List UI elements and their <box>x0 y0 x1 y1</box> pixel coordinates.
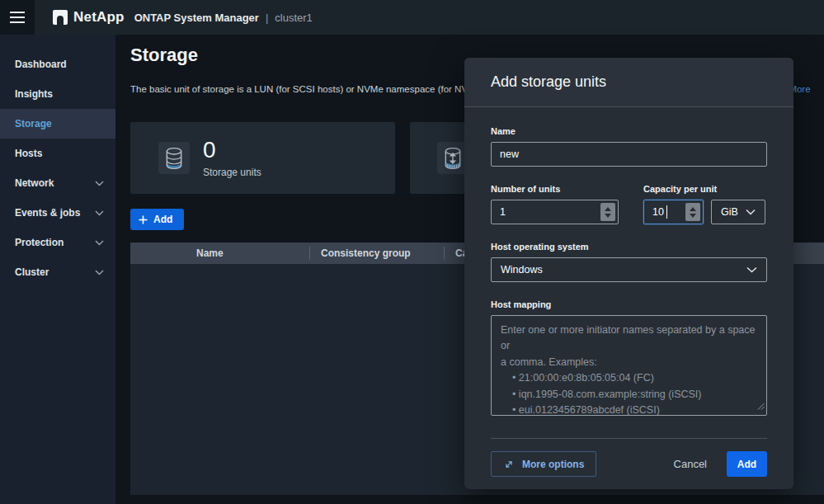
resize-handle-icon[interactable] <box>757 398 765 413</box>
sidebar-item-label: Insights <box>15 88 53 100</box>
storage-units-label: Storage units <box>203 167 261 178</box>
dialog-body: Name Number of units Capacity per unit <box>464 107 793 438</box>
add-button-label: Add <box>153 214 172 225</box>
stepper-down-icon[interactable] <box>605 214 611 218</box>
storage-units-count: 0 <box>203 138 261 163</box>
number-of-units-stepper <box>491 200 619 224</box>
page-title: Storage <box>130 45 198 66</box>
stepper-up-icon[interactable] <box>690 207 696 211</box>
column-header-name[interactable]: Name <box>130 247 309 259</box>
host-mapping-label: Host mapping <box>491 299 767 309</box>
name-label: Name <box>491 126 767 136</box>
number-of-units-label: Number of units <box>491 184 619 194</box>
stepper-down-icon[interactable] <box>690 214 696 218</box>
add-storage-units-dialog: Add storage units Name Number of units C… <box>464 58 793 489</box>
stepper-buttons[interactable] <box>600 203 615 221</box>
chevron-down-icon <box>95 270 104 276</box>
number-of-units-group: Number of units <box>491 184 619 224</box>
sidebar-item-hosts[interactable]: Hosts <box>0 139 115 168</box>
name-field-group: Name <box>491 126 767 167</box>
sidebar-item-label: Cluster <box>15 266 49 278</box>
name-input[interactable] <box>491 142 767 167</box>
sidebar-item-events-jobs[interactable]: Events & jobs <box>0 198 115 228</box>
capacity-unit-value: GiB <box>721 206 738 218</box>
dialog-footer: More options Cancel Add <box>491 438 767 489</box>
host-mapping-placeholder: Enter one or more initiator names separa… <box>501 323 757 416</box>
units-capacity-row: Number of units Capacity per unit <box>491 184 767 224</box>
cluster-name: cluster1 <box>275 12 313 24</box>
netapp-logo[interactable]: NetApp <box>53 9 125 26</box>
column-header-consistency-group[interactable]: Consistency group <box>309 247 444 260</box>
app-title: ONTAP System Manager <box>134 12 259 24</box>
text-cursor <box>666 205 667 219</box>
host-os-label: Host operating system <box>491 242 767 252</box>
capacity-per-unit-group: Capacity per unit GiB <box>643 184 767 224</box>
sidebar-item-insights[interactable]: Insights <box>0 79 115 109</box>
sidebar-item-cluster[interactable]: Cluster <box>0 257 115 287</box>
chevron-down-icon <box>746 266 757 273</box>
menu-icon[interactable] <box>0 0 35 35</box>
capacity-unit-select[interactable]: GiB <box>711 200 765 224</box>
sidebar-item-storage[interactable]: Storage <box>0 109 115 139</box>
chevron-down-icon <box>746 209 756 215</box>
host-mapping-group: Host mapping Enter one or more initiator… <box>491 299 767 416</box>
number-of-units-input[interactable] <box>491 200 619 224</box>
sidebar-item-label: Protection <box>15 237 64 248</box>
title-separator: | <box>266 12 268 24</box>
chevron-down-icon <box>95 181 104 186</box>
sidebar-item-label: Dashboard <box>15 59 67 70</box>
sidebar-item-protection[interactable]: Protection <box>0 228 115 257</box>
sidebar-item-label: Network <box>15 177 54 189</box>
plus-icon <box>139 215 148 224</box>
sidebar-item-dashboard[interactable]: Dashboard <box>0 49 115 79</box>
dialog-add-button[interactable]: Add <box>727 451 767 477</box>
add-button[interactable]: Add <box>130 209 184 230</box>
host-os-group: Host operating system Windows <box>491 242 767 282</box>
expand-icon <box>503 459 515 470</box>
host-os-value: Windows <box>501 264 543 276</box>
stepper-up-icon[interactable] <box>605 207 611 211</box>
sidebar: Dashboard Insights Storage Hosts Network… <box>0 35 115 504</box>
sidebar-item-label: Storage <box>15 118 52 130</box>
stepper-buttons[interactable] <box>685 203 700 221</box>
host-mapping-textarea[interactable]: Enter one or more initiator names separa… <box>491 315 767 416</box>
capacity-per-unit-label: Capacity per unit <box>643 184 767 194</box>
sidebar-item-label: Hosts <box>15 148 42 159</box>
netapp-logo-icon <box>53 10 68 25</box>
storage-units-card[interactable]: 0 Storage units <box>130 122 395 194</box>
sidebar-item-label: Events & jobs <box>15 207 80 219</box>
more-options-label: More options <box>522 459 584 470</box>
chevron-down-icon <box>95 240 104 246</box>
dialog-title: Add storage units <box>491 73 606 91</box>
host-os-select[interactable]: Windows <box>491 257 767 282</box>
capacity-stepper <box>643 200 704 224</box>
chevron-down-icon <box>95 210 104 216</box>
brand-name: NetApp <box>73 9 125 26</box>
database-icon <box>158 142 190 174</box>
dialog-header: Add storage units <box>464 58 793 107</box>
more-options-button[interactable]: More options <box>491 451 596 477</box>
sidebar-item-network[interactable]: Network <box>0 168 115 198</box>
cancel-button[interactable]: Cancel <box>674 458 707 470</box>
top-bar: NetApp ONTAP System Manager | cluster1 <box>0 0 824 35</box>
